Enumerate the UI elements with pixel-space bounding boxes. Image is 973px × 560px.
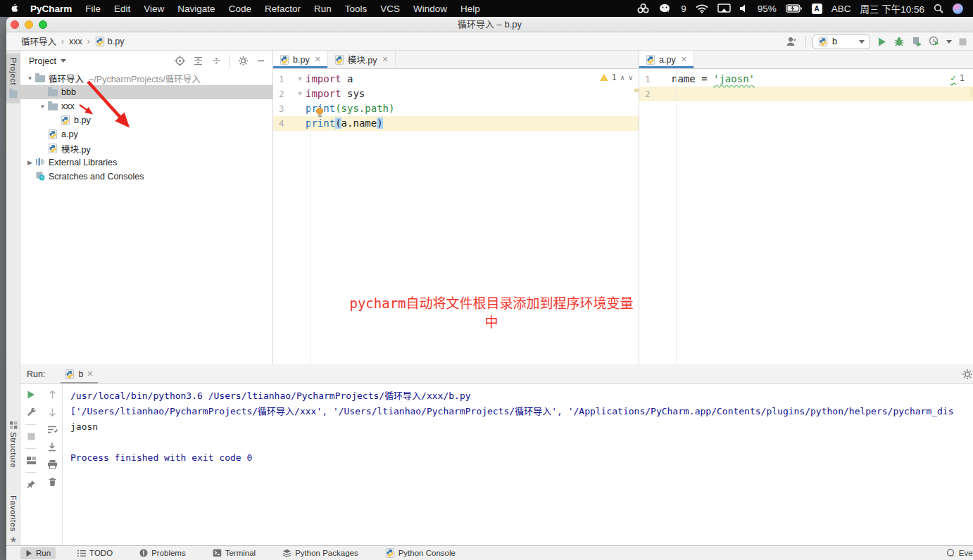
menu-item-refactor[interactable]: Refactor [265, 4, 301, 14]
menu-item-navigate[interactable]: Navigate [177, 4, 215, 14]
statusbar-todo-button[interactable]: TODO [73, 547, 118, 559]
close-window-button[interactable] [11, 20, 19, 29]
down-arrow-icon[interactable] [48, 407, 57, 417]
next-warning-icon[interactable]: ∨ [628, 73, 633, 82]
zoom-window-button[interactable] [39, 20, 47, 29]
editor-apy[interactable]: a.py✕ ✓ 1 1name = 'jaosn'2 [639, 51, 973, 364]
project-panel-title[interactable]: Project [29, 56, 56, 66]
profiler-button[interactable] [929, 36, 940, 47]
fold-marker-icon[interactable] [296, 72, 304, 87]
breadcrumb-folder[interactable]: xxx [69, 37, 82, 46]
run-with-coverage-button[interactable] [911, 36, 922, 47]
menu-item-view[interactable]: View [144, 4, 164, 14]
input-source-icon[interactable]: A [812, 4, 822, 14]
tab-bpy[interactable]: b.py✕ [273, 51, 328, 68]
code-area-apy[interactable]: ✓ 1 1name = 'jaosn'2 [639, 69, 973, 364]
tree-item-循环导入[interactable]: ▼循环导入~/PycharmProjects/循环导入 [20, 71, 272, 85]
tree-chevron-icon[interactable]: ▼ [25, 75, 35, 82]
stop-button-disabled[interactable] [27, 432, 36, 441]
tree-item-label: External Libraries [49, 158, 117, 167]
statusbar-python-packages-button[interactable]: Python Packages [277, 547, 363, 559]
locate-file-icon[interactable] [175, 56, 185, 66]
tab-apy[interactable]: a.py✕ [639, 51, 694, 68]
spotlight-search-icon[interactable] [934, 4, 943, 13]
profiler-dropdown-icon[interactable] [946, 40, 952, 44]
close-tab-icon[interactable]: ✕ [315, 55, 321, 64]
chevron-down-icon[interactable] [61, 59, 66, 63]
close-tab-icon[interactable]: ✕ [382, 55, 389, 64]
menu-item-help[interactable]: Help [460, 4, 480, 14]
rerun-button[interactable] [26, 390, 36, 400]
stripe-project-button[interactable]: Project [6, 53, 20, 103]
print-icon[interactable] [47, 459, 58, 469]
stripe-favorites-button[interactable]: Favorites ★ [6, 491, 20, 549]
tree-item-模块.py[interactable]: 模块.py [20, 141, 272, 155]
collapse-all-icon[interactable] [211, 56, 222, 66]
menu-app-name[interactable]: PyCharm [30, 4, 72, 14]
statusbar-terminal-button[interactable]: Terminal [208, 547, 260, 559]
close-tab-icon[interactable]: ✕ [681, 55, 687, 64]
airplay-display-icon[interactable] [717, 4, 731, 13]
intention-bulb-icon[interactable] [316, 108, 323, 115]
prev-warning-icon[interactable]: ∧ [620, 73, 625, 82]
debug-button[interactable] [893, 36, 905, 47]
minimize-window-button[interactable] [25, 20, 33, 29]
wifi-icon[interactable] [696, 4, 708, 13]
stripe-structure-button[interactable]: Structure [6, 417, 20, 472]
statusbar-event-log[interactable]: Even [946, 549, 973, 557]
tree-item-xxx[interactable]: ▼xxx [20, 99, 272, 113]
expand-all-icon[interactable] [193, 56, 203, 66]
menu-item-vcs[interactable]: VCS [380, 4, 400, 14]
editor-bpy[interactable]: b.py✕ 模块.py✕ 1 ∧ ∨ pycharm自动将文件根目录添加到程序环… [273, 51, 639, 364]
stop-button[interactable] [958, 37, 967, 46]
restore-layout-icon[interactable] [26, 456, 37, 465]
tree-item-External Libraries[interactable]: ▶ External Libraries [20, 155, 272, 170]
wechat-icon[interactable] [659, 4, 672, 14]
user-vcs-icon[interactable] [785, 36, 799, 47]
tab-mokuai[interactable]: 模块.py✕ [328, 51, 396, 68]
menu-item-tools[interactable]: Tools [345, 4, 368, 14]
volume-icon[interactable] [740, 4, 748, 13]
run-tab-b[interactable]: b ✕ [61, 364, 97, 383]
run-button[interactable] [877, 37, 887, 47]
menu-item-window[interactable]: Window [413, 4, 447, 14]
code-area-bpy[interactable]: 1 ∧ ∨ pycharm自动将文件根目录添加到程序环境变量中 1import … [273, 69, 639, 364]
menu-clock[interactable]: 周三 下午10:56 [860, 1, 924, 15]
fold-marker-icon[interactable] [296, 87, 304, 101]
menu-item-code[interactable]: Code [229, 4, 251, 14]
menu-item-edit[interactable]: Edit [114, 4, 130, 14]
statusbar-python-console-button[interactable]: Python Console [380, 547, 460, 559]
statusbar-problems-button[interactable]: Problems [134, 547, 191, 559]
tree-item-bbb[interactable]: bbb [20, 85, 272, 99]
console-output[interactable]: /usr/local/bin/python3.6 /Users/ltianhao… [70, 388, 973, 545]
menu-item-file[interactable]: File [85, 4, 101, 14]
siri-icon[interactable] [953, 4, 963, 14]
nutstore-icon[interactable] [636, 3, 650, 14]
console-body[interactable]: /usr/local/bin/python3.6 /Users/ltianhao… [20, 384, 973, 545]
breadcrumb-project[interactable]: 循环导入 [21, 34, 56, 48]
tree-item-label: xxx [61, 101, 75, 111]
close-tab-icon[interactable]: ✕ [87, 369, 93, 378]
console-settings-gear-icon[interactable] [962, 369, 973, 380]
tree-item-Scratches and Consoles[interactable]: Scratches and Consoles [20, 170, 272, 184]
breadcrumb-file[interactable]: b.py [95, 37, 125, 46]
clear-all-trash-icon[interactable] [48, 477, 57, 487]
up-arrow-icon[interactable] [48, 390, 57, 400]
tree-chevron-icon[interactable]: ▼ [37, 103, 48, 110]
pin-icon[interactable] [26, 480, 36, 490]
wrench-settings-icon[interactable] [26, 407, 37, 417]
apple-icon[interactable] [10, 4, 19, 14]
menu-item-run[interactable]: Run [314, 4, 332, 14]
battery-icon[interactable] [786, 4, 803, 13]
hide-panel-icon[interactable] [256, 56, 265, 65]
statusbar-run-button[interactable]: Run [20, 547, 56, 559]
tree-chevron-icon[interactable]: ▶ [25, 159, 35, 166]
inspection-widget[interactable]: 1 ∧ ∨ [600, 72, 633, 82]
scroll-to-end-icon[interactable] [47, 442, 57, 452]
gear-icon[interactable] [238, 56, 249, 66]
inspection-widget[interactable]: ✓ 1 [950, 72, 965, 83]
tree-item-a.py[interactable]: a.py [20, 127, 272, 141]
run-configuration-select[interactable]: b [812, 34, 870, 49]
tree-item-b.py[interactable]: b.py [20, 113, 272, 127]
soft-wrap-icon[interactable] [47, 425, 58, 434]
